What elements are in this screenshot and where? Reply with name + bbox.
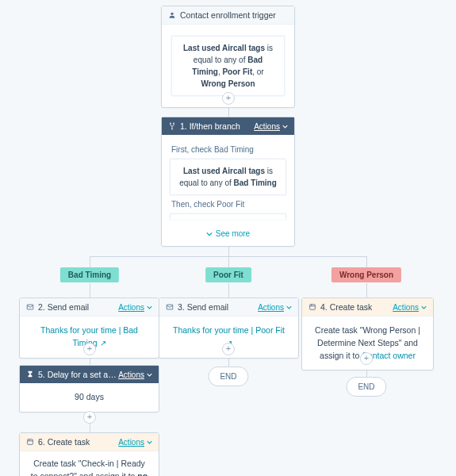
svg-point-2 — [173, 122, 174, 124]
step-title: 6. Create task — [38, 437, 90, 447]
svg-point-1 — [170, 122, 171, 124]
actions-menu[interactable]: Actions — [258, 303, 292, 312]
chevron-down-icon — [147, 372, 152, 378]
svg-rect-7 — [28, 440, 33, 445]
person-icon — [168, 11, 176, 19]
step-title: 5. Delay for a set amount of time — [38, 370, 118, 379]
card-header: Contact enrollment trigger — [162, 6, 294, 25]
then-check-label: Then, check Poor Fit — [171, 198, 286, 210]
chevron-down-icon — [147, 305, 152, 310]
chevron-down-icon — [282, 124, 288, 129]
add-step-button[interactable]: + — [83, 343, 96, 355]
ifthen-title: 1. If/then branch — [180, 121, 240, 131]
chevron-down-icon — [421, 305, 427, 310]
card-header: 3. Send email Actions — [159, 298, 298, 317]
branch-tag-wrong-person: Wrong Person — [331, 267, 401, 282]
connector — [228, 256, 229, 268]
hourglass-icon — [26, 370, 34, 378]
card-body: Create task "Check-in | Ready to connect… — [20, 451, 159, 476]
chevron-down-icon — [147, 440, 152, 445]
svg-point-0 — [171, 13, 173, 15]
end-node: END — [346, 377, 386, 397]
task-icon — [26, 438, 34, 446]
svg-point-3 — [171, 129, 173, 130]
card-header: 5. Delay for a set amount of time Action… — [20, 366, 159, 383]
branch-icon — [168, 122, 176, 130]
connector — [366, 283, 367, 298]
card-header: 1. If/then branch Actions — [162, 117, 294, 135]
task-icon — [308, 303, 316, 311]
step-title: 2. Send email — [38, 302, 89, 312]
connector — [90, 283, 90, 298]
card-create-task-6[interactable]: 6. Create task Actions Create task "Chec… — [19, 432, 159, 476]
trigger-title: Contact enrollment trigger — [180, 10, 276, 20]
email-icon — [166, 303, 174, 311]
criteria-box: Last used Aircall tags is equal to any o… — [171, 36, 285, 96]
svg-rect-6 — [310, 305, 316, 310]
card-body: First, check Bad Timing Last used Aircal… — [162, 135, 294, 246]
card-header: 4. Create task Actions — [302, 298, 433, 317]
add-step-button[interactable]: + — [222, 92, 235, 105]
card-ifthen[interactable]: 1. If/then branch Actions First, check B… — [161, 117, 295, 247]
connector — [90, 256, 90, 268]
actions-menu[interactable]: Actions — [118, 303, 152, 312]
add-step-button[interactable]: + — [83, 411, 96, 424]
card-delay-5[interactable]: 5. Delay for a set amount of time Action… — [19, 365, 159, 413]
chevron-down-icon — [206, 231, 213, 237]
criteria-box-collapsed — [170, 213, 286, 220]
workflow-canvas: Contact enrollment trigger Last used Air… — [0, 0, 456, 476]
add-step-button[interactable]: + — [222, 343, 235, 355]
card-body: 90 days — [20, 383, 159, 412]
add-step-button[interactable]: + — [360, 352, 373, 365]
card-header: 2. Send email Actions — [20, 298, 159, 317]
step-title: 4. Create task — [320, 302, 372, 312]
criteria-box: Last used Aircall tags is equal to any o… — [170, 159, 286, 195]
chevron-down-icon — [286, 305, 292, 310]
branch-tag-poor-fit: Poor Fit — [205, 267, 251, 282]
connector — [228, 283, 229, 298]
branch-tag-bad-timing: Bad Timing — [60, 267, 119, 282]
actions-menu[interactable]: Actions — [393, 303, 427, 312]
card-header: 6. Create task Actions — [20, 433, 159, 451]
email-icon — [26, 303, 34, 311]
see-more-button[interactable]: See more — [170, 223, 286, 241]
connector — [366, 256, 367, 268]
actions-menu[interactable]: Actions — [118, 438, 152, 447]
external-link-icon: ↗ — [100, 339, 106, 347]
end-node: END — [208, 367, 248, 386]
actions-menu[interactable]: Actions — [118, 370, 152, 379]
step-title: 3. Send email — [178, 302, 228, 312]
first-check-label: First, check Bad Timing — [171, 144, 286, 155]
actions-menu[interactable]: Actions — [254, 122, 288, 131]
